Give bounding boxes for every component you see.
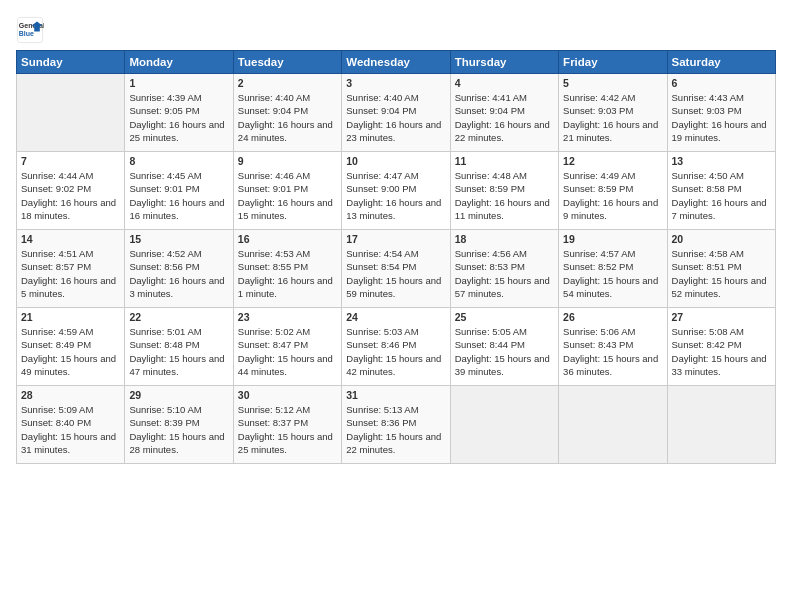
calendar-cell: 1Sunrise: 4:39 AMSunset: 9:05 PMDaylight…: [125, 74, 233, 152]
day-number: 17: [346, 233, 445, 245]
calendar-cell: 10Sunrise: 4:47 AMSunset: 9:00 PMDayligh…: [342, 152, 450, 230]
daylight-text: Daylight: 16 hours and 9 minutes.: [563, 196, 662, 223]
daylight-text: Daylight: 15 hours and 59 minutes.: [346, 274, 445, 301]
day-number: 3: [346, 77, 445, 89]
daylight-text: Daylight: 15 hours and 54 minutes.: [563, 274, 662, 301]
sunrise-text: Sunrise: 4:43 AM: [672, 91, 771, 104]
daylight-text: Daylight: 16 hours and 21 minutes.: [563, 118, 662, 145]
sunset-text: Sunset: 9:00 PM: [346, 182, 445, 195]
day-number: 11: [455, 155, 554, 167]
daylight-text: Daylight: 15 hours and 36 minutes.: [563, 352, 662, 379]
sunrise-text: Sunrise: 4:49 AM: [563, 169, 662, 182]
day-number: 19: [563, 233, 662, 245]
sunset-text: Sunset: 9:02 PM: [21, 182, 120, 195]
sunrise-text: Sunrise: 5:12 AM: [238, 403, 337, 416]
sunset-text: Sunset: 8:42 PM: [672, 338, 771, 351]
sunset-text: Sunset: 8:36 PM: [346, 416, 445, 429]
daylight-text: Daylight: 16 hours and 16 minutes.: [129, 196, 228, 223]
calendar-cell: 25Sunrise: 5:05 AMSunset: 8:44 PMDayligh…: [450, 308, 558, 386]
calendar-cell: 22Sunrise: 5:01 AMSunset: 8:48 PMDayligh…: [125, 308, 233, 386]
day-number: 30: [238, 389, 337, 401]
sunrise-text: Sunrise: 4:46 AM: [238, 169, 337, 182]
calendar-table: SundayMondayTuesdayWednesdayThursdayFrid…: [16, 50, 776, 464]
sunset-text: Sunset: 9:04 PM: [346, 104, 445, 117]
day-number: 18: [455, 233, 554, 245]
calendar-cell: 13Sunrise: 4:50 AMSunset: 8:58 PMDayligh…: [667, 152, 775, 230]
day-number: 6: [672, 77, 771, 89]
logo-icon: General Blue: [16, 16, 44, 44]
daylight-text: Daylight: 16 hours and 23 minutes.: [346, 118, 445, 145]
day-number: 25: [455, 311, 554, 323]
daylight-text: Daylight: 15 hours and 39 minutes.: [455, 352, 554, 379]
daylight-text: Daylight: 16 hours and 3 minutes.: [129, 274, 228, 301]
calendar-cell: [667, 386, 775, 464]
weekday-header-friday: Friday: [559, 51, 667, 74]
daylight-text: Daylight: 15 hours and 49 minutes.: [21, 352, 120, 379]
calendar-cell: 6Sunrise: 4:43 AMSunset: 9:03 PMDaylight…: [667, 74, 775, 152]
weekday-header-saturday: Saturday: [667, 51, 775, 74]
sunrise-text: Sunrise: 4:41 AM: [455, 91, 554, 104]
sunrise-text: Sunrise: 4:50 AM: [672, 169, 771, 182]
sunrise-text: Sunrise: 4:52 AM: [129, 247, 228, 260]
daylight-text: Daylight: 15 hours and 28 minutes.: [129, 430, 228, 457]
daylight-text: Daylight: 16 hours and 24 minutes.: [238, 118, 337, 145]
header: General Blue: [16, 16, 776, 44]
sunrise-text: Sunrise: 4:56 AM: [455, 247, 554, 260]
daylight-text: Daylight: 16 hours and 13 minutes.: [346, 196, 445, 223]
calendar-cell: 30Sunrise: 5:12 AMSunset: 8:37 PMDayligh…: [233, 386, 341, 464]
sunset-text: Sunset: 8:40 PM: [21, 416, 120, 429]
week-row-3: 14Sunrise: 4:51 AMSunset: 8:57 PMDayligh…: [17, 230, 776, 308]
sunset-text: Sunset: 8:44 PM: [455, 338, 554, 351]
sunset-text: Sunset: 9:05 PM: [129, 104, 228, 117]
weekday-header-row: SundayMondayTuesdayWednesdayThursdayFrid…: [17, 51, 776, 74]
sunrise-text: Sunrise: 4:48 AM: [455, 169, 554, 182]
daylight-text: Daylight: 16 hours and 11 minutes.: [455, 196, 554, 223]
day-number: 28: [21, 389, 120, 401]
sunrise-text: Sunrise: 5:03 AM: [346, 325, 445, 338]
calendar-cell: [17, 74, 125, 152]
day-number: 5: [563, 77, 662, 89]
daylight-text: Daylight: 16 hours and 18 minutes.: [21, 196, 120, 223]
sunset-text: Sunset: 8:57 PM: [21, 260, 120, 273]
sunrise-text: Sunrise: 4:47 AM: [346, 169, 445, 182]
sunset-text: Sunset: 8:43 PM: [563, 338, 662, 351]
sunset-text: Sunset: 8:47 PM: [238, 338, 337, 351]
sunrise-text: Sunrise: 4:40 AM: [346, 91, 445, 104]
calendar-cell: 12Sunrise: 4:49 AMSunset: 8:59 PMDayligh…: [559, 152, 667, 230]
sunrise-text: Sunrise: 4:58 AM: [672, 247, 771, 260]
calendar-cell: 8Sunrise: 4:45 AMSunset: 9:01 PMDaylight…: [125, 152, 233, 230]
calendar-cell: 5Sunrise: 4:42 AMSunset: 9:03 PMDaylight…: [559, 74, 667, 152]
day-number: 8: [129, 155, 228, 167]
day-number: 14: [21, 233, 120, 245]
day-number: 21: [21, 311, 120, 323]
sunset-text: Sunset: 8:46 PM: [346, 338, 445, 351]
day-number: 20: [672, 233, 771, 245]
sunrise-text: Sunrise: 4:54 AM: [346, 247, 445, 260]
sunset-text: Sunset: 9:04 PM: [455, 104, 554, 117]
sunset-text: Sunset: 8:53 PM: [455, 260, 554, 273]
daylight-text: Daylight: 16 hours and 25 minutes.: [129, 118, 228, 145]
sunset-text: Sunset: 9:01 PM: [238, 182, 337, 195]
calendar-cell: 29Sunrise: 5:10 AMSunset: 8:39 PMDayligh…: [125, 386, 233, 464]
day-number: 1: [129, 77, 228, 89]
day-number: 22: [129, 311, 228, 323]
calendar-cell: 17Sunrise: 4:54 AMSunset: 8:54 PMDayligh…: [342, 230, 450, 308]
calendar-cell: 26Sunrise: 5:06 AMSunset: 8:43 PMDayligh…: [559, 308, 667, 386]
day-number: 16: [238, 233, 337, 245]
calendar-cell: 28Sunrise: 5:09 AMSunset: 8:40 PMDayligh…: [17, 386, 125, 464]
daylight-text: Daylight: 16 hours and 22 minutes.: [455, 118, 554, 145]
calendar-cell: 23Sunrise: 5:02 AMSunset: 8:47 PMDayligh…: [233, 308, 341, 386]
week-row-1: 1Sunrise: 4:39 AMSunset: 9:05 PMDaylight…: [17, 74, 776, 152]
calendar-cell: 14Sunrise: 4:51 AMSunset: 8:57 PMDayligh…: [17, 230, 125, 308]
calendar-cell: 24Sunrise: 5:03 AMSunset: 8:46 PMDayligh…: [342, 308, 450, 386]
sunset-text: Sunset: 8:52 PM: [563, 260, 662, 273]
sunrise-text: Sunrise: 5:02 AM: [238, 325, 337, 338]
day-number: 12: [563, 155, 662, 167]
daylight-text: Daylight: 15 hours and 44 minutes.: [238, 352, 337, 379]
weekday-header-thursday: Thursday: [450, 51, 558, 74]
sunset-text: Sunset: 8:59 PM: [563, 182, 662, 195]
day-number: 4: [455, 77, 554, 89]
day-number: 31: [346, 389, 445, 401]
daylight-text: Daylight: 15 hours and 42 minutes.: [346, 352, 445, 379]
daylight-text: Daylight: 16 hours and 19 minutes.: [672, 118, 771, 145]
